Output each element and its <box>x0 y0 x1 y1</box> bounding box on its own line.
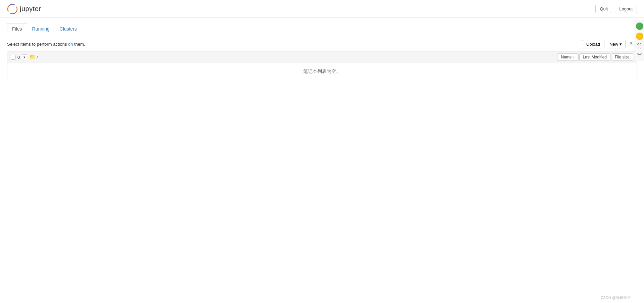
col-name-label: Name <box>561 55 572 59</box>
jupyter-logo-icon <box>7 4 18 14</box>
svg-point-0 <box>8 4 17 14</box>
toolbar-right: Upload New ▾ ↻ <box>582 40 637 48</box>
col-last-modified-button[interactable]: Last Modified <box>579 53 610 61</box>
new-button-label: New <box>609 42 618 47</box>
header-right: Name ↓ Last Modified File size <box>557 53 633 61</box>
kernel-indicator-icon[interactable] <box>636 23 643 30</box>
navbar: jupyter Quit Logout <box>0 0 644 18</box>
stat2-icon: ↑↓ <box>638 55 641 59</box>
empty-message: 笔记本列表为空。 <box>303 69 341 74</box>
upload-button[interactable]: Upload <box>582 40 604 48</box>
main-content: Files Running Clusters Select items to p… <box>0 18 644 86</box>
sidebar-group-2 <box>635 32 644 41</box>
warning-indicator-icon[interactable] <box>636 33 643 40</box>
navbar-actions: Quit Logout <box>595 5 637 13</box>
select-all-checkbox[interactable] <box>11 55 15 59</box>
select-info-highlight: on <box>68 42 73 47</box>
brand: jupyter <box>7 4 41 14</box>
right-sidebar: 0.1 ↑↓ 0.0 ↑↓ <box>635 20 644 61</box>
sidebar-group-4: 0.0 ↑↓ <box>635 51 644 60</box>
sidebar-group-3: 0.1 ↑↓ <box>635 42 644 50</box>
file-browser: 0 ▾ 📁 / Name ↓ Last Modified File size <box>7 51 637 80</box>
new-dropdown-arrow-icon: ▾ <box>620 42 622 47</box>
select-info-suffix: them. <box>73 42 85 47</box>
select-info-prefix: Select items to perform actions <box>7 42 68 47</box>
select-dropdown-button[interactable]: ▾ <box>22 54 27 60</box>
tab-files[interactable]: Files <box>7 23 27 34</box>
breadcrumb-path: / <box>37 55 38 60</box>
tab-clusters[interactable]: Clusters <box>55 23 82 34</box>
tab-running[interactable]: Running <box>27 23 55 34</box>
breadcrumb-folder[interactable]: 📁 / <box>29 54 38 60</box>
logout-button[interactable]: Logout <box>615 5 637 13</box>
folder-icon: 📁 <box>29 54 36 60</box>
empty-state: 笔记本列表为空。 <box>7 63 637 80</box>
app-title: jupyter <box>20 5 41 13</box>
sort-icon: ↓ <box>573 55 575 59</box>
stat2-value: 0.0 <box>637 52 642 55</box>
sidebar-group-1 <box>635 21 644 31</box>
stat1-icon: ↑↓ <box>638 46 641 49</box>
quit-button[interactable]: Quit <box>595 5 612 13</box>
select-info: Select items to perform actions on them. <box>7 42 85 47</box>
header-left: 0 ▾ 📁 / <box>11 54 557 60</box>
toolbar-row: Select items to perform actions on them.… <box>7 40 637 48</box>
file-browser-header: 0 ▾ 📁 / Name ↓ Last Modified File size <box>7 51 637 63</box>
tab-bar: Files Running Clusters <box>7 23 637 34</box>
select-count: 0 <box>17 55 20 60</box>
stat1-value: 0.1 <box>637 43 642 46</box>
footer-watermark: CSDN @绿树疯子 <box>601 295 631 300</box>
col-file-size-button[interactable]: File size <box>611 53 633 61</box>
col-name-button[interactable]: Name ↓ <box>557 53 578 61</box>
new-button[interactable]: New ▾ <box>606 40 626 48</box>
